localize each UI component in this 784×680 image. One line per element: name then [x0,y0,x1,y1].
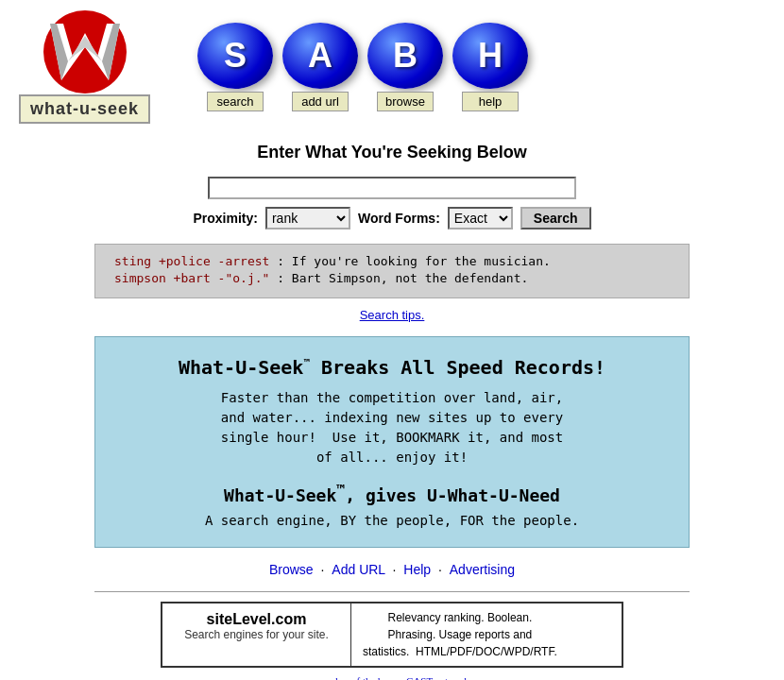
nav-addurl-label: add url [292,92,349,111]
separator-3: · [438,562,446,577]
promo-subtitle-suffix: , gives U-What-U-Need [345,485,560,505]
nav-buttons: S search A add url B browse H help [197,23,528,111]
word-forms-label: Word Forms: [358,211,440,226]
main-content: Enter What You're Seeking Below Proximit… [0,133,784,680]
example-1-code: sting +police -arrest [114,254,269,268]
nav-search-button[interactable]: S search [197,23,273,111]
example-1-desc: : If you're looking for the musician. [277,254,551,268]
promo-box: What-U-Seek™ Breaks All Speed Records! F… [94,336,690,548]
promo-title-suffix: Breaks All Speed Records! [310,356,605,379]
promo-tm-2: ™ [336,482,345,499]
banner-ad: siteLevel.com Search engines for your si… [161,602,623,668]
search-tips-link[interactable]: Search tips. [0,308,784,322]
footer-advertising-link[interactable]: Advertising [450,562,515,577]
separator-2: · [393,562,401,577]
nav-help-label: help [462,92,519,111]
nav-browse-label: browse [377,92,434,111]
banner-container: siteLevel.com Search engines for your si… [161,602,623,668]
banner-site-sub: Search engines for your site. [174,628,339,641]
promo-tagline: A search engine, BY the people, FOR the … [114,513,670,528]
promo-tm-1: ™ [303,357,310,369]
search-controls: Proximity: rank near sentence paragraph … [193,207,590,230]
word-forms-select[interactable]: Exact Similar [448,207,513,230]
nav-addurl-button[interactable]: A add url [282,23,358,111]
promo-title-text: What-U-Seek [179,356,303,379]
logo-container: what-u-seek [19,9,150,124]
logo-w-svg [33,9,137,99]
promo-subtitle: What-U-Seek™, gives U-What-U-Need [114,482,670,505]
divider [94,591,690,592]
footer-help-link[interactable]: Help [403,562,431,577]
footer-browse-link[interactable]: Browse [269,562,314,577]
header: what-u-seek S search A add url B browse … [0,0,784,133]
nav-browse-button[interactable]: B browse [367,23,443,111]
example-2-desc: : Bart Simpson, not the defendant. [277,271,528,285]
nav-addurl-ball: A [282,23,358,89]
footer-addurl-link[interactable]: Add URL [332,562,384,577]
banner-description: Relevancy ranking. Boolean.Phrasing. Usa… [363,609,557,660]
search-form: Proximity: rank near sentence paragraph … [0,177,784,230]
banner-left: siteLevel.com Search engines for your si… [162,604,351,666]
nav-search-label: search [207,92,264,111]
banner-right: Relevancy ranking. Boolean.Phrasing. Usa… [351,604,569,666]
nav-help-ball: H [452,23,528,89]
promo-subtitle-text: What-U-Seek [224,485,336,505]
example-line-2: simpson +bart -"o.j." : Bart Simpson, no… [114,271,670,285]
example-box: sting +police -arrest : If you're lookin… [94,244,690,298]
promo-title: What-U-Seek™ Breaks All Speed Records! [114,356,670,379]
main-title: Enter What You're Seeking Below [0,143,784,162]
banner-site-title: siteLevel.com [174,611,339,628]
nav-browse-ball: B [367,23,443,89]
footer-nav: Browse · Add URL · Help · Advertising [0,562,784,577]
example-2-code: simpson +bart -"o.j." [114,271,269,285]
proximity-select[interactable]: rank near sentence paragraph off [265,207,350,230]
search-input[interactable] [208,177,576,199]
logo-text: what-u-seek [19,94,150,124]
separator-1: · [321,562,329,577]
promo-body: Faster than the competition over land, a… [114,388,670,468]
proximity-label: Proximity: [193,211,257,226]
example-line-1: sting +police -arrest : If you're lookin… [114,254,670,268]
nav-search-ball: S [197,23,273,89]
banner-cast-link[interactable]: member of the bannerCAST network [0,675,784,680]
search-button[interactable]: Search [520,207,591,230]
nav-help-button[interactable]: H help [452,23,528,111]
